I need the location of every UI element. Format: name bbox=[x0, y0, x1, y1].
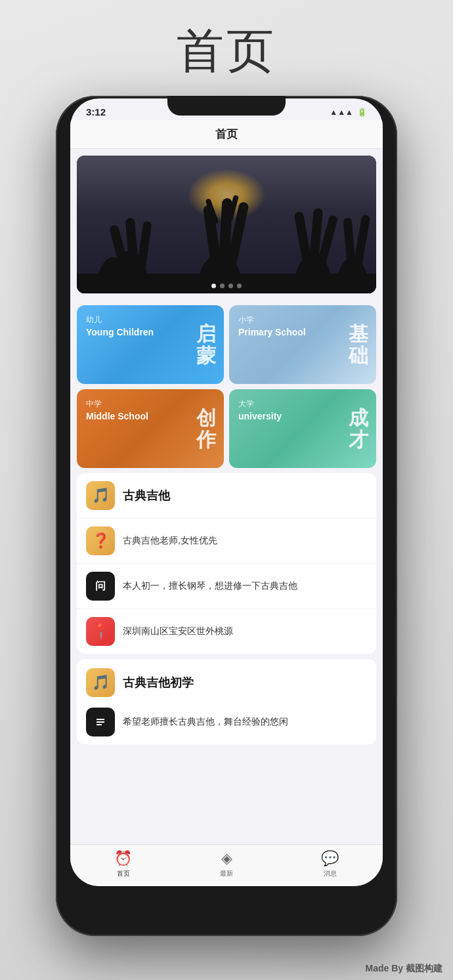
category-grid: 幼儿 Young Children 启蒙 小学 Primary School 基… bbox=[70, 305, 383, 468]
scroll-content: 幼儿 Young Children 启蒙 小学 Primary School 基… bbox=[70, 149, 383, 844]
status-time: 3:12 bbox=[86, 106, 106, 117]
message-tab-icon: 💬 bbox=[321, 850, 339, 867]
dot-4 bbox=[237, 284, 242, 288]
university-char: 成才 bbox=[349, 407, 368, 450]
listing-1: 🎵 古典吉他 ❓ 古典吉他老师,女性优先 问 本人初一，擅长钢琴，想进修一下古典… bbox=[77, 473, 376, 654]
listing-1-about[interactable]: 问 本人初一，擅长钢琴，想进修一下古典吉他 bbox=[77, 564, 376, 609]
app-header: 首页 bbox=[70, 120, 383, 149]
battery-icon: 🔋 bbox=[357, 108, 367, 117]
primary-label-en: Primary School bbox=[238, 327, 367, 337]
app-header-title: 首页 bbox=[215, 128, 238, 140]
listing-2-header[interactable]: 🎵 古典吉他初学 bbox=[77, 659, 376, 702]
tab-bar: ⏰ 首页 ◈ 最新 💬 消息 bbox=[70, 844, 383, 886]
tab-latest[interactable]: ◈ 最新 bbox=[220, 850, 233, 878]
middle-char: 创作 bbox=[196, 407, 216, 450]
young-label-en: Young Children bbox=[86, 327, 215, 337]
page-title: 首页 bbox=[177, 20, 276, 83]
listing-2-body[interactable]: 希望老师擅长古典吉他，舞台经验的悠闲 bbox=[77, 702, 376, 744]
latest-tab-label: 最新 bbox=[220, 869, 233, 878]
primary-char: 基础 bbox=[349, 323, 368, 366]
listing-1-location[interactable]: 📍 深圳南山区宝安区世外桃源 bbox=[77, 609, 376, 654]
wifi-icon: ▲▲▲ bbox=[330, 108, 353, 117]
phone-screen: 3:12 ▲▲▲ 🔋 首页 bbox=[70, 98, 383, 886]
university-label-cn: 大学 bbox=[238, 398, 367, 410]
location-icon: 📍 bbox=[86, 617, 115, 646]
listing-1-header[interactable]: 🎵 古典吉他 bbox=[77, 473, 376, 519]
tab-message[interactable]: 💬 消息 bbox=[321, 850, 339, 878]
category-young[interactable]: 幼儿 Young Children 启蒙 bbox=[77, 305, 224, 384]
middle-label-en: Middle School bbox=[86, 411, 215, 421]
latest-tab-icon: ◈ bbox=[221, 850, 232, 867]
banner-image bbox=[77, 156, 376, 293]
young-label-cn: 幼儿 bbox=[86, 314, 215, 326]
listing-1-title: 古典吉他 bbox=[123, 488, 170, 503]
listing-1-about-text: 本人初一，擅长钢琴，想进修一下古典吉他 bbox=[123, 580, 367, 593]
listing-2-subtitle: 希望老师擅长古典吉他，舞台经验的悠闲 bbox=[123, 715, 367, 729]
question-icon: ❓ bbox=[86, 526, 115, 555]
listing-2: 🎵 古典吉他初学 希望老师擅长古典吉他，舞台经验的悠闲 bbox=[77, 659, 376, 744]
listing-1-teacher[interactable]: ❓ 古典吉他老师,女性优先 bbox=[77, 519, 376, 564]
category-primary[interactable]: 小学 Primary School 基础 bbox=[229, 305, 376, 384]
middle-label-cn: 中学 bbox=[86, 398, 215, 410]
dot-1 bbox=[211, 284, 216, 288]
listing-1-location-text: 深圳南山区宝安区世外桃源 bbox=[123, 625, 367, 638]
phone-notch bbox=[167, 96, 286, 116]
young-char: 启蒙 bbox=[196, 323, 216, 366]
music-icon-2: 🎵 bbox=[86, 668, 115, 697]
ask-icon: 问 bbox=[86, 572, 115, 601]
listing-2-title: 古典吉他初学 bbox=[123, 675, 194, 691]
music-icon: 🎵 bbox=[86, 481, 115, 510]
home-tab-label: 首页 bbox=[117, 869, 130, 878]
dot-2 bbox=[220, 284, 225, 288]
tab-home[interactable]: ⏰ 首页 bbox=[114, 850, 132, 878]
home-tab-icon: ⏰ bbox=[114, 850, 132, 867]
phone-frame: 3:12 ▲▲▲ 🔋 首页 bbox=[56, 96, 397, 936]
status-icons: ▲▲▲ 🔋 bbox=[330, 108, 367, 117]
ask-icon-2 bbox=[86, 708, 115, 736]
hands-silhouette bbox=[77, 156, 376, 293]
dot-3 bbox=[228, 284, 233, 288]
watermark: Made By 截图构建 bbox=[366, 963, 442, 975]
category-middle[interactable]: 中学 Middle School 创作 bbox=[77, 389, 224, 468]
primary-label-cn: 小学 bbox=[238, 314, 367, 326]
category-university[interactable]: 大学 university 成才 bbox=[229, 389, 376, 468]
listing-1-teacher-text: 古典吉他老师,女性优先 bbox=[123, 534, 367, 547]
university-label-en: university bbox=[238, 411, 367, 421]
banner-dots bbox=[211, 284, 242, 288]
message-tab-label: 消息 bbox=[324, 869, 337, 878]
banner-carousel[interactable] bbox=[77, 156, 376, 293]
